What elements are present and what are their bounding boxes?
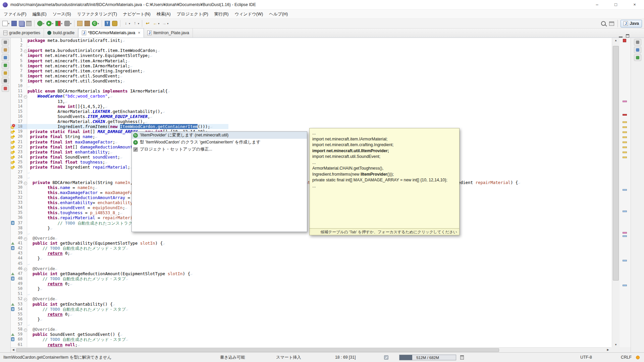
open-type-button[interactable]: T [104, 19, 111, 27]
annotation-ruler-cell[interactable] [11, 307, 15, 312]
overview-status-icon[interactable] [623, 39, 626, 42]
package-explorer-icon[interactable] [2, 47, 9, 53]
warn-marker-icon[interactable] [11, 150, 15, 154]
scroll-right-icon[interactable]: ▶ [605, 348, 610, 352]
tab-itemiron-plate-java[interactable]: JItemIron_Plate.java [144, 28, 193, 38]
quickfix-item[interactable]: プロジェクト・セットアップの修正... [132, 146, 307, 153]
horizontal-scrollbar[interactable]: ◀ ▶ [11, 347, 610, 352]
task-marker-icon[interactable] [11, 277, 14, 281]
dropdown-arrow-icon[interactable]: ▾ [167, 22, 168, 25]
scroll-left-icon[interactable]: ◀ [11, 348, 16, 352]
forward-button[interactable]: →▾ [160, 19, 169, 27]
outline-view-icon[interactable] [634, 47, 641, 53]
print-button[interactable] [25, 19, 33, 27]
overview-ruler[interactable] [620, 38, 631, 347]
maximize-button[interactable]: □ [606, 0, 625, 10]
quickfix-item[interactable]: ↻'IItemProvider' に変更します (net.minecraft.u… [132, 132, 307, 139]
overview-annotation-mark[interactable] [623, 131, 627, 133]
overview-annotation-mark[interactable] [623, 157, 627, 158]
overview-annotation-mark[interactable] [623, 136, 627, 138]
minimize-button[interactable]: – [588, 0, 606, 10]
task-list-view-icon[interactable] [634, 54, 641, 61]
annotation-ruler-cell[interactable] [11, 165, 15, 170]
annotation-ruler-cell[interactable] [11, 124, 15, 129]
warn-marker-icon[interactable] [11, 129, 15, 134]
warn-marker-icon[interactable] [11, 165, 15, 169]
annotation-ruler-cell[interactable] [11, 149, 15, 155]
gc-trash-icon[interactable] [460, 355, 464, 360]
overview-annotation-mark[interactable] [623, 101, 627, 102]
prev-annotation-button[interactable]: ↑▾ [131, 19, 140, 27]
search-view-icon[interactable] [2, 70, 9, 76]
restore-views-icon[interactable] [634, 39, 641, 46]
annotation-ruler-cell[interactable] [11, 129, 15, 134]
menu-search[interactable]: 検索(A) [154, 10, 174, 18]
overview-annotation-mark[interactable] [623, 121, 627, 123]
annotation-ruler-cell[interactable] [11, 144, 15, 149]
open-perspective-icon[interactable] [609, 21, 614, 26]
annotation-ruler-cell[interactable] [11, 332, 15, 337]
overview-annotation-mark[interactable] [623, 285, 627, 286]
dropdown-arrow-icon[interactable]: ▾ [158, 22, 159, 25]
ovr-marker-icon[interactable] [11, 273, 14, 275]
problems-view-icon[interactable] [2, 85, 9, 92]
overview-annotation-mark[interactable] [623, 141, 627, 143]
scroll-up-icon[interactable]: ▲ [612, 38, 620, 43]
fold-collapse-icon[interactable]: − [24, 268, 27, 271]
menu-refactor[interactable]: リファクタリング(T) [74, 10, 120, 18]
annotation-ruler-cell[interactable] [11, 271, 15, 276]
tab-build-gradle[interactable]: build.gradle [44, 28, 78, 38]
new-wizard-button[interactable]: ▾ [1, 19, 10, 27]
coverage-button[interactable]: ▾ [54, 19, 63, 27]
save-all-button[interactable] [18, 19, 25, 27]
overview-annotation-mark[interactable] [623, 260, 627, 261]
debug-view-icon[interactable] [2, 62, 9, 69]
fold-collapse-icon[interactable]: − [24, 298, 27, 301]
quick-search-icon[interactable] [601, 21, 606, 26]
menu-project[interactable]: プロジェクト(P) [174, 10, 211, 18]
horizontal-scrollbar-thumb[interactable] [16, 348, 499, 352]
debug-button[interactable]: ▾ [36, 19, 45, 27]
quickfix-item[interactable]: +型 'ItemWoodCardon' のクラス 'getContainerIt… [132, 139, 307, 146]
run-button[interactable]: ▶▾ [45, 19, 54, 27]
last-edit-location-button[interactable]: ↩ [144, 19, 151, 27]
tab-close-icon[interactable]: × [138, 31, 140, 35]
console-view-icon[interactable] [2, 77, 9, 84]
overview-annotation-mark[interactable] [623, 235, 627, 237]
overview-annotation-mark[interactable] [623, 232, 627, 234]
annotation-ruler-cell[interactable] [11, 155, 15, 160]
minimize-editor-icon[interactable] [619, 35, 623, 38]
scroll-down-icon[interactable]: ▼ [612, 342, 620, 347]
dropdown-arrow-icon[interactable]: ▾ [52, 22, 53, 25]
save-button[interactable] [10, 19, 18, 27]
next-annotation-button[interactable]: ↓▾ [122, 19, 131, 27]
overview-annotation-mark[interactable] [623, 189, 627, 191]
dropdown-arrow-icon[interactable]: ▾ [129, 22, 130, 25]
annotation-ruler-cell[interactable] [11, 276, 15, 281]
annotation-ruler-cell[interactable] [11, 221, 15, 226]
new-class-button[interactable]: C▾ [91, 19, 100, 27]
menu-window[interactable]: ウィンドウ(W) [231, 10, 266, 18]
warn-marker-icon[interactable] [11, 160, 15, 164]
maximize-editor-icon[interactable] [626, 34, 629, 38]
tab-gradle-properties[interactable]: gradle.properties [0, 28, 44, 38]
restore-views-icon[interactable] [2, 39, 9, 46]
menu-run[interactable]: 実行(R) [211, 10, 232, 18]
tab-bdcarmormaterials-java[interactable]: J*BDCArmorMaterials.java× [78, 28, 144, 38]
annotation-ruler-cell[interactable] [11, 302, 15, 307]
ovr-marker-icon[interactable] [11, 333, 14, 336]
task-marker-icon[interactable] [11, 246, 14, 250]
new-package-button[interactable] [84, 19, 91, 27]
back-button[interactable]: ←▾ [151, 19, 160, 27]
java-perspective-button[interactable]: J Java [621, 20, 642, 27]
menu-edit[interactable]: 編集(E) [30, 10, 50, 18]
ovr-marker-icon[interactable] [11, 242, 14, 245]
annotation-ruler-cell[interactable] [11, 337, 15, 342]
fold-collapse-icon[interactable]: − [24, 182, 27, 185]
type-hierarchy-icon[interactable] [2, 54, 9, 61]
annotation-ruler-cell[interactable] [11, 139, 15, 144]
dropdown-arrow-icon[interactable]: ▾ [8, 22, 9, 25]
task-marker-icon[interactable] [11, 221, 14, 225]
vertical-scrollbar-thumb[interactable] [613, 46, 619, 281]
fold-collapse-icon[interactable]: − [24, 237, 27, 241]
